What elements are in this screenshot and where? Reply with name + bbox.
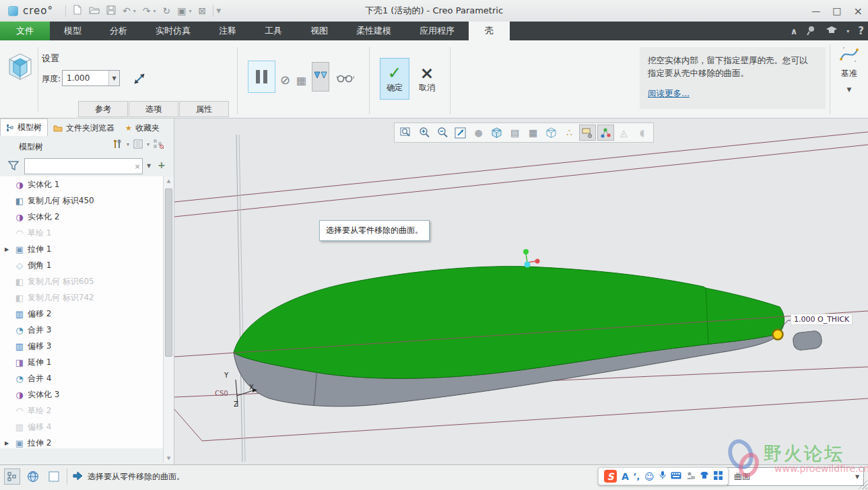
regenerate-icon[interactable]: ↻ [163,5,171,16]
ime-skin-icon[interactable] [700,471,709,481]
zoom-out-icon[interactable] [434,125,450,141]
tree-scrollbar[interactable]: ▲ ▼ [163,176,174,463]
undo-icon[interactable]: ↶ [123,5,131,16]
tree-settings-dropdown-icon[interactable]: ▾ [147,141,149,147]
windows-icon[interactable]: ▣ [177,5,186,16]
ime-punctuation-icon[interactable]: ’, [634,472,640,481]
scroll-down-icon[interactable]: ▼ [164,456,174,461]
blank-panel-button[interactable] [46,468,62,485]
references-panel-tab[interactable]: 参考 [78,101,128,117]
properties-panel-tab[interactable]: 属性 [179,101,229,117]
tree-item[interactable]: ◇倒角 1 [0,257,163,273]
tab-analysis[interactable]: 分析 [96,22,141,40]
saved-views-icon[interactable] [488,125,505,141]
tree-tools-dropdown-icon[interactable]: ▾ [127,141,129,147]
customize-toolbar-icon[interactable]: ▼ [216,7,221,14]
ime-keyboard-icon[interactable] [671,472,681,481]
selected-remove-surface[interactable] [234,267,784,379]
thickness-dimension[interactable]: 1.000 O_THICK [791,314,853,325]
wireframe-preview-icon[interactable]: ▦ [296,74,306,87]
tree-display-icon[interactable] [154,139,164,149]
new-file-icon[interactable] [73,5,82,17]
refit-icon[interactable] [452,125,469,141]
tab-model-tree[interactable]: 模型树 [0,118,48,136]
command-search-icon[interactable] [806,25,817,38]
glasses-verify-icon[interactable] [337,74,354,85]
windows-dropdown-icon[interactable]: ▾ [189,8,191,14]
options-panel-tab[interactable]: 选项 [129,101,178,117]
perspective-icon[interactable]: ◬ [615,125,632,141]
tree-item[interactable]: ▥偏移 2 [0,306,163,322]
tree-item[interactable]: ▥偏移 3 [0,338,163,354]
tree-item[interactable]: ◔合并 3 [0,322,163,338]
tree-item[interactable]: ◑实体化 2 [0,209,163,225]
tab-folder-browser[interactable]: 文件夹浏览器 [48,120,120,136]
annotation-display-icon[interactable] [579,125,596,141]
display-style-icon[interactable] [543,125,560,141]
graphics-area[interactable]: ● ▤ ▦ ∴ ◬ ◖ 选择要从零件移除的曲面。 1.000 O_THICK Y… [174,118,868,464]
box-zoom-icon[interactable] [397,125,414,141]
tree-item[interactable]: ◨延伸 1 [0,354,163,370]
expand-icon[interactable]: ▶ [0,440,13,446]
ime-toolbox-icon[interactable] [714,471,723,482]
web-browser-button[interactable] [25,468,41,485]
flip-direction-icon[interactable] [132,71,147,88]
tree-item[interactable]: ◔合并 4 [0,370,163,386]
tab-shell[interactable]: 壳 [469,22,510,40]
close-button[interactable]: × [854,5,863,18]
resize-grip[interactable] [858,480,867,489]
screenshot-icon[interactable]: ▦ [525,125,541,141]
datum-display-icon[interactable]: ∴ [561,125,578,141]
attached-preview-button[interactable] [312,62,329,92]
ime-emoji-icon[interactable]: ☺ [644,471,655,482]
redo-icon[interactable]: ↷ [143,5,151,16]
tab-tools[interactable]: 工具 [251,22,296,40]
ime-language-icon[interactable]: A [622,471,629,482]
selection-filter-combo[interactable]: 曲面 ▼ [727,467,864,486]
thickness-dropdown-icon[interactable]: ▼ [108,71,119,85]
tree-item[interactable]: ◧复制几何 标识450 [0,193,163,209]
undo-dropdown-icon[interactable]: ▾ [133,8,136,14]
tree-item[interactable]: ▥偏移 4 [0,419,163,435]
tab-flexible-modeling[interactable]: 柔性建模 [342,22,405,40]
tree-item[interactable]: ◠草绘 2 [0,403,163,419]
thickness-input[interactable]: 1.000 ▼ [62,70,120,86]
sogou-ime-icon[interactable]: S [604,470,617,483]
tab-file[interactable]: 文件 [0,22,50,40]
scroll-up-icon[interactable]: ▲ [164,178,174,184]
read-more-link[interactable]: 阅读更多... [648,87,690,100]
ime-mic-icon[interactable] [659,470,666,482]
ok-button[interactable]: ✓ 确定 [380,58,409,100]
tree-item[interactable]: ◧复制几何 标识742 [0,289,163,306]
learning-center-icon[interactable] [826,26,838,37]
redo-dropdown-icon[interactable]: ▾ [153,8,156,14]
view-manager-icon[interactable]: ▤ [506,125,523,141]
datum-button[interactable]: 基准 ▼ [834,44,865,116]
filter-funnel-icon[interactable] [8,160,19,173]
tree-item[interactable]: ◠草绘 1 [0,225,163,241]
minimize-button[interactable]: — [811,6,820,16]
zoom-in-icon[interactable] [415,125,432,141]
save-icon[interactable] [106,5,116,17]
close-window-icon[interactable]: ⊠ [198,5,206,16]
scrollbar-thumb[interactable] [165,188,172,357]
tree-item[interactable]: ◧复制几何 标识605 [0,273,163,289]
expand-icon[interactable]: ▶ [0,246,13,252]
add-filter-icon[interactable]: + [158,160,166,170]
tree-item[interactable]: ▶▣拉伸 1 [0,241,163,257]
tree-item[interactable]: ◑实体化 1 [0,176,163,193]
tab-view[interactable]: 视图 [296,22,342,40]
thickness-value[interactable]: 1.000 [63,73,108,83]
tree-tools-icon[interactable] [113,139,123,149]
shell-end-boss[interactable] [793,330,823,351]
cancel-button[interactable]: × 取消 [412,58,442,100]
no-preview-icon[interactable]: ⊘ [280,73,290,87]
pause-button[interactable] [248,61,275,93]
thickness-drag-handle[interactable] [773,330,783,340]
clear-filter-icon[interactable]: × [133,162,142,171]
tree-settings-icon[interactable] [133,139,143,149]
model-canvas[interactable] [174,118,868,464]
shading-style-icon[interactable]: ● [470,125,487,141]
tree-item[interactable]: ▶▣拉伸 2 [0,435,163,448]
navigator-toggle-button[interactable] [4,468,20,485]
